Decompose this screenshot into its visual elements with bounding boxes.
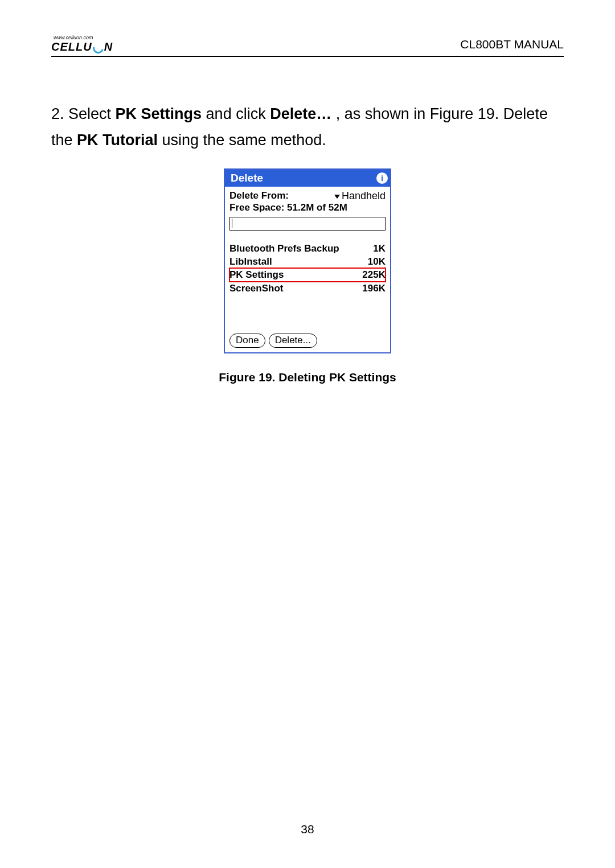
- instruction-paragraph: 2. Select PK Settings and click Delete… …: [51, 101, 564, 154]
- item-size: 225K: [362, 269, 386, 281]
- item-size: 1K: [373, 242, 386, 254]
- item-name: ScreenShot: [229, 282, 283, 294]
- filter-input[interactable]: [229, 217, 386, 231]
- dialog-titlebar: Delete i: [225, 170, 390, 187]
- manual-page: www.celluon.com CELLU N CL800BT MANUAL 2…: [0, 0, 615, 868]
- delete-from-label: Delete From:: [229, 190, 289, 201]
- text-1: 2. Select: [51, 105, 116, 122]
- figure-wrap: Delete i Delete From: Handheld Free Spac…: [51, 168, 564, 353]
- list-item[interactable]: Bluetooth Prefs Backup 1K: [229, 242, 386, 255]
- delete-from-row: Delete From: Handheld: [229, 190, 386, 202]
- bold-delete: Delete…: [270, 105, 331, 122]
- item-name: Bluetooth Prefs Backup: [229, 242, 339, 254]
- page-header: www.celluon.com CELLU N CL800BT MANUAL: [51, 35, 564, 57]
- delete-from-value: Handheld: [342, 190, 386, 201]
- free-space-label: Free Space: 51.2M of 52M: [229, 202, 386, 213]
- brand-block: www.celluon.com CELLU N: [51, 35, 113, 52]
- delete-button[interactable]: Delete...: [269, 334, 317, 348]
- brand-logo: CELLU N: [51, 41, 113, 52]
- delete-from-dropdown[interactable]: Handheld: [334, 190, 386, 202]
- item-size: 196K: [362, 282, 386, 294]
- done-button[interactable]: Done: [229, 334, 265, 348]
- item-size: 10K: [368, 256, 386, 268]
- ring-icon: [91, 40, 105, 55]
- chevron-down-icon: [334, 195, 340, 199]
- list-item[interactable]: ScreenShot 196K: [229, 282, 386, 295]
- brand-url: www.celluon.com: [54, 35, 113, 40]
- info-icon[interactable]: i: [376, 172, 388, 184]
- bold-pk-settings: PK Settings: [116, 105, 202, 122]
- dialog-body: Delete From: Handheld Free Space: 51.2M …: [225, 187, 390, 352]
- dialog-title: Delete: [231, 172, 263, 184]
- figure-caption: Figure 19. Deleting PK Settings: [51, 371, 564, 384]
- brand-text-a: CELLU: [51, 41, 92, 52]
- brand-text-b: N: [104, 41, 113, 52]
- text-4: using the same method.: [158, 131, 326, 149]
- app-list: Bluetooth Prefs Backup 1K LibInstall 10K…: [229, 242, 386, 295]
- bold-pk-tutorial: PK Tutorial: [77, 131, 158, 149]
- list-item-selected[interactable]: PK Settings 225K: [229, 268, 386, 281]
- document-title: CL800BT MANUAL: [460, 38, 564, 52]
- text-2: and click: [202, 105, 270, 122]
- list-item[interactable]: LibInstall 10K: [229, 255, 386, 268]
- item-name: PK Settings: [229, 269, 284, 281]
- button-row: Done Delete...: [229, 334, 386, 348]
- palm-delete-dialog: Delete i Delete From: Handheld Free Spac…: [224, 168, 391, 353]
- item-name: LibInstall: [229, 256, 272, 268]
- page-number: 38: [0, 822, 615, 836]
- text-cursor-icon: [232, 219, 232, 228]
